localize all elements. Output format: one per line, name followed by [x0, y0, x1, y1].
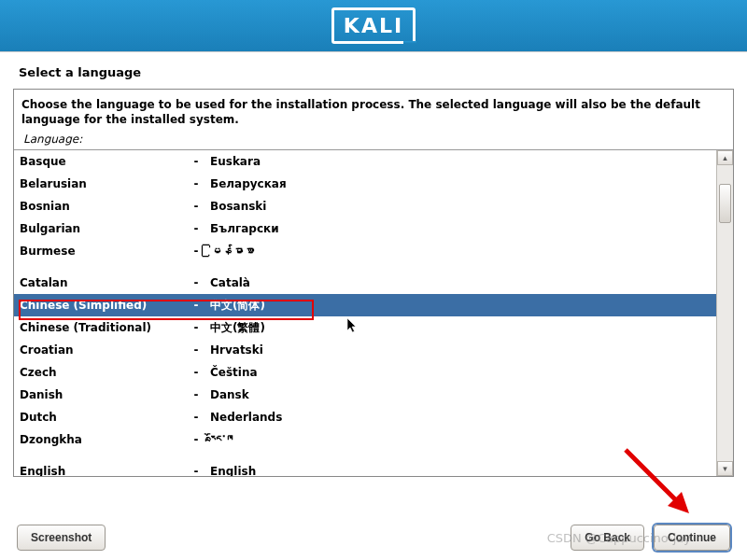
language-name: Belarusian [14, 177, 182, 190]
language-row[interactable]: Czech-Čeština [14, 361, 716, 384]
scroll-down-button[interactable]: ▾ [717, 461, 733, 476]
language-row[interactable]: Catalan-Català [14, 272, 716, 294]
dash-separator: - [182, 200, 210, 213]
content-panel: Choose the language to be used for the i… [13, 89, 734, 477]
dash-separator: - [182, 177, 210, 190]
language-list-container: Basque-EuskaraBelarusian-БеларускаяBosni… [14, 149, 733, 476]
language-native: Bosanski [210, 200, 716, 213]
go-back-button[interactable]: Go Back [571, 525, 644, 551]
language-row[interactable]: Croatian-Hrvatski [14, 339, 716, 361]
screenshot-button[interactable]: Screenshot [17, 525, 106, 551]
language-native: 中文(繁體) [210, 320, 716, 336]
language-row[interactable]: Bosnian-Bosanski [14, 195, 716, 217]
dash-separator: - [182, 465, 210, 476]
dash-separator: - [182, 245, 210, 258]
language-native: Euskara [210, 155, 716, 168]
dash-separator: - [182, 299, 210, 312]
dash-separator: - [182, 222, 210, 235]
language-row[interactable]: Basque-Euskara [14, 150, 716, 173]
continue-button[interactable]: Continue [654, 525, 730, 551]
list-spacer [14, 262, 716, 272]
language-row[interactable]: Dutch-Nederlands [14, 406, 716, 428]
language-row[interactable]: Chinese (Traditional)-中文(繁體) [14, 316, 716, 339]
dash-separator: - [182, 155, 210, 168]
language-name: Croatian [14, 343, 182, 357]
language-row[interactable]: Bulgarian-Български [14, 217, 716, 240]
language-name: Bosnian [14, 200, 182, 213]
language-native: Nederlands [210, 411, 716, 424]
scroll-up-button[interactable]: ▴ [717, 150, 733, 165]
language-name: Basque [14, 155, 182, 168]
language-row[interactable]: Belarusian-Беларуская [14, 173, 716, 195]
language-native: Dansk [210, 388, 716, 401]
language-name: Danish [14, 388, 182, 401]
language-native: Български [210, 222, 716, 235]
language-name: Czech [14, 366, 182, 379]
dash-separator: - [182, 411, 210, 424]
dash-separator: - [182, 343, 210, 357]
language-native: Català [210, 276, 716, 289]
language-row[interactable]: Burmese-မြန်မာစာ [14, 240, 716, 262]
language-native: 中文(简体) [210, 298, 716, 314]
language-name: Catalan [14, 276, 182, 289]
language-name: Bulgarian [14, 222, 182, 235]
language-native: English [210, 465, 716, 476]
scrollbar[interactable]: ▴ ▾ [716, 150, 733, 476]
dash-separator: - [182, 321, 210, 334]
footer-bar: Screenshot Go Back Continue [0, 525, 747, 551]
language-row[interactable]: Danish-Dansk [14, 384, 716, 406]
language-name: Burmese [14, 245, 182, 258]
language-native: Hrvatski [210, 343, 716, 357]
language-field-label: Language: [14, 131, 733, 149]
language-row[interactable]: Chinese (Simplified)-中文(简体) [14, 294, 716, 316]
language-name: Chinese (Simplified) [14, 299, 182, 312]
language-native: Беларуская [210, 177, 716, 190]
page-title: Select a language [0, 52, 747, 89]
language-native: Čeština [210, 366, 716, 379]
language-name: English [14, 465, 182, 476]
dash-separator: - [182, 433, 210, 446]
language-name: Dzongkha [14, 433, 182, 446]
language-row[interactable]: English-English [14, 460, 716, 476]
installer-header: KALI [0, 0, 747, 52]
language-native: རྫོང་ཁ [210, 433, 716, 446]
dash-separator: - [182, 388, 210, 401]
language-list[interactable]: Basque-EuskaraBelarusian-БеларускаяBosni… [14, 150, 716, 476]
language-name: Dutch [14, 411, 182, 424]
svg-marker-1 [668, 492, 689, 513]
language-row[interactable]: Dzongkha-རྫོང་ཁ [14, 428, 716, 451]
instruction-text: Choose the language to be used for the i… [14, 90, 733, 131]
language-name: Chinese (Traditional) [14, 321, 182, 334]
scroll-thumb[interactable] [719, 184, 731, 223]
kali-logo: KALI [331, 7, 416, 44]
language-native: မြန်မာစာ [210, 245, 716, 258]
dash-separator: - [182, 276, 210, 289]
dash-separator: - [182, 366, 210, 379]
list-spacer [14, 451, 716, 460]
